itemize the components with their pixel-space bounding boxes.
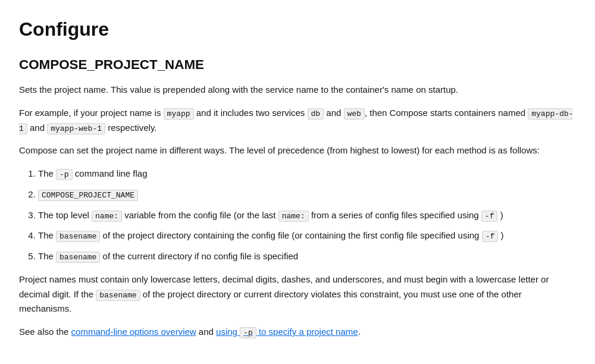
list-item-4-suffix: ) — [498, 230, 503, 240]
list-item-1-suffix: command line flag — [73, 168, 148, 178]
list-item-1-prefix: The — [38, 168, 56, 178]
list-item-3-mid1: variable from the config file (or the la… — [122, 210, 278, 220]
code-basename-1: basename — [56, 231, 100, 242]
list-item-5-suffix: of the current directory if no config fi… — [100, 251, 298, 261]
code-web: web — [344, 108, 365, 120]
list-item-5-prefix: The — [38, 251, 56, 261]
code-name-colon-2: name: — [278, 211, 309, 222]
list-item-1: The -p command line flag — [38, 167, 576, 181]
code-myapp-web-1: myapp-web-1 — [47, 123, 105, 134]
example-and: and — [27, 123, 47, 133]
list-item-3-mid2: from a series of config files specified … — [309, 210, 481, 220]
code-dash-f-1: -f — [481, 211, 498, 222]
see-also-paragraph: See also the command-line options overvi… — [19, 325, 576, 340]
code-name-colon-1: name: — [92, 211, 122, 222]
example-text-mid3: , then Compose starts containers named — [365, 108, 528, 118]
list-item-4-mid: of the project directory containing the … — [100, 230, 481, 240]
precedence-list: The -p command line flag COMPOSE_PROJECT… — [38, 167, 576, 264]
example-text-prefix: For example, if your project name is — [19, 108, 164, 118]
list-item-4-prefix: The — [38, 230, 56, 240]
code-dash-p: -p — [56, 169, 73, 180]
see-also-link2-suffix: to specify a project name — [259, 327, 358, 337]
see-also-link-1[interactable]: command-line options overview — [71, 327, 196, 337]
code-db: db — [308, 108, 324, 120]
list-item-2: COMPOSE_PROJECT_NAME — [38, 187, 576, 202]
code-basename-3: basename — [96, 290, 140, 301]
constraint-paragraph: Project names must contain only lowercas… — [19, 272, 576, 316]
see-also-mid: and — [196, 327, 216, 337]
code-dash-p-link: -p — [240, 327, 256, 338]
example-text-mid1: and it includes two services — [194, 108, 308, 118]
section-subtitle: COMPOSE_PROJECT_NAME — [19, 54, 576, 76]
see-also-prefix: See also the — [19, 327, 71, 337]
list-item-4: The basename of the project directory co… — [38, 228, 576, 243]
list-item-5: The basename of the current directory if… — [38, 249, 576, 264]
see-also-link2-text: using — [216, 327, 237, 337]
see-also-link-2[interactable]: using -p to specify a project name — [216, 327, 358, 337]
list-item-3: The top level name: variable from the co… — [38, 208, 576, 223]
see-also-suffix: . — [358, 327, 361, 337]
list-item-3-prefix: The top level — [38, 210, 92, 220]
code-dash-f-2: -f — [482, 231, 499, 242]
example-paragraph: For example, if your project name is mya… — [19, 106, 576, 136]
code-myapp: myapp — [164, 108, 194, 120]
code-basename-2: basename — [56, 252, 100, 263]
example-text-suffix: respectively. — [105, 123, 156, 133]
precedence-intro-paragraph: Compose can set the project name in diff… — [19, 143, 576, 158]
example-text-mid2: and — [324, 108, 343, 118]
intro-paragraph: Sets the project name. This value is pre… — [19, 83, 576, 98]
list-item-3-suffix: ) — [497, 210, 503, 220]
code-compose-project-name: COMPOSE_PROJECT_NAME — [38, 190, 138, 201]
page-title: Configure — [19, 14, 576, 45]
